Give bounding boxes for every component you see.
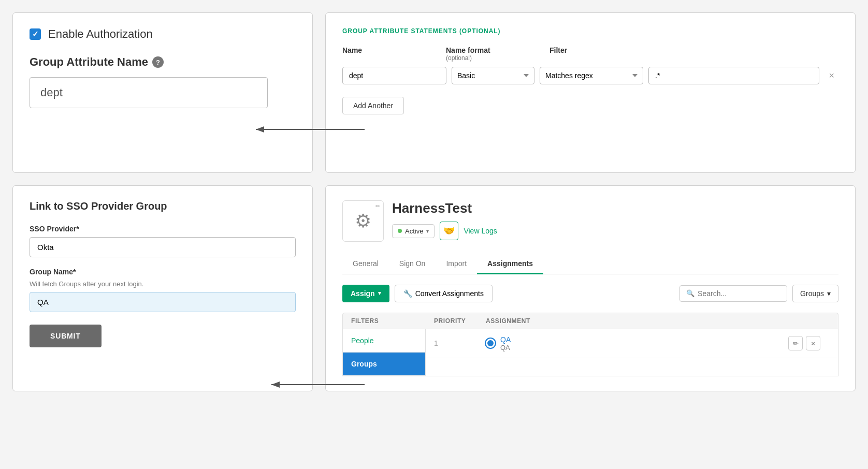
- search-wrapper: 🔍: [679, 285, 787, 302]
- help-icon[interactable]: ?: [152, 56, 164, 68]
- filter-people[interactable]: People: [343, 329, 425, 353]
- search-icon: 🔍: [686, 289, 695, 297]
- status-label: Active: [405, 227, 423, 235]
- groups-chevron-icon: ▾: [827, 289, 831, 298]
- group-attr-name-input[interactable]: [30, 77, 268, 108]
- group-attr-name-label: Group Attribute Name: [30, 55, 148, 69]
- groups-dropdown[interactable]: Groups ▾: [792, 285, 838, 302]
- col-filter-header: Filter: [549, 46, 838, 62]
- col-name-header: Name: [342, 46, 446, 62]
- assignment-cell: QA QA: [486, 335, 788, 351]
- tabs-bar: General Sign On Import Assignments: [342, 254, 838, 274]
- convert-assignments-button[interactable]: 🔧 Convert Assignments: [395, 285, 493, 302]
- filter-groups[interactable]: Groups: [343, 353, 425, 376]
- enable-auth-label: Enable Authorization: [48, 27, 153, 41]
- group-name-label: Group Name*: [30, 268, 296, 276]
- tab-import[interactable]: Import: [436, 254, 477, 274]
- filter-value-input[interactable]: [648, 67, 819, 84]
- section-title: GROUP ATTRIBUTE STATEMENTS (OPTIONAL): [342, 27, 838, 35]
- view-logs-link[interactable]: View Logs: [464, 227, 497, 235]
- edit-app-icon-button[interactable]: ✏: [375, 203, 380, 210]
- remove-attr-button[interactable]: ×: [824, 68, 838, 83]
- edit-assignment-button[interactable]: ✏: [788, 336, 803, 350]
- name-format-select[interactable]: Basic URI Reference Unspecified: [452, 67, 534, 84]
- assign-caret-icon: ▾: [378, 290, 381, 297]
- assign-table-header: FILTERS Priority Assignment: [342, 313, 838, 329]
- enable-auth-checkbox[interactable]: [30, 28, 41, 40]
- status-badge[interactable]: Active ▾: [392, 224, 435, 238]
- table-row: 1 QA QA ✏ ×: [426, 329, 838, 358]
- col-name-format-sub: (optional): [446, 54, 549, 62]
- submit-button[interactable]: SUBMIT: [30, 325, 102, 347]
- app-info: HarnessTest Active ▾ 🤝 View Logs: [392, 200, 497, 240]
- assignment-names: QA QA: [500, 335, 511, 351]
- col-assignment-header: Assignment: [486, 317, 788, 325]
- assignment-radio[interactable]: [486, 339, 495, 348]
- handshake-icon-button[interactable]: 🤝: [440, 222, 458, 240]
- panel-title: Link to SSO Provider Group: [30, 200, 296, 212]
- tab-assignments[interactable]: Assignments: [477, 254, 543, 274]
- priority-cell: 1: [434, 339, 486, 347]
- group-name-hint: Will fetch Groups after your next login.: [30, 280, 296, 288]
- bottom-right-panel: ⚙ ✏ HarnessTest Active ▾ 🤝 View Logs Gen…: [325, 185, 856, 391]
- app-badges: Active ▾ 🤝 View Logs: [392, 222, 497, 240]
- col-name-format-header: Name format: [446, 46, 549, 54]
- attribute-row: Basic URI Reference Unspecified Matches …: [342, 67, 838, 84]
- action-cell: ✏ ×: [788, 336, 830, 350]
- app-name: HarnessTest: [392, 200, 497, 216]
- gear-icon: ⚙: [355, 210, 371, 232]
- attr-name-input[interactable]: [342, 67, 446, 84]
- status-chevron-icon: ▾: [426, 228, 429, 234]
- col-filters-header: FILTERS: [351, 317, 434, 325]
- tab-general[interactable]: General: [342, 254, 389, 274]
- top-right-panel: GROUP ATTRIBUTE STATEMENTS (OPTIONAL) Na…: [325, 12, 856, 173]
- col-priority-header: Priority: [434, 317, 486, 325]
- assign-data-col: 1 QA QA ✏ ×: [426, 329, 838, 376]
- filter-type-select[interactable]: Matches regex Starts with Equals Contain…: [540, 67, 643, 84]
- status-dot: [398, 229, 402, 233]
- app-header: ⚙ ✏ HarnessTest Active ▾ 🤝 View Logs: [342, 200, 838, 242]
- tab-sign-on[interactable]: Sign On: [389, 254, 436, 274]
- wrench-icon: 🔧: [403, 289, 412, 298]
- sso-provider-label: SSO Provider*: [30, 225, 296, 233]
- remove-assignment-button[interactable]: ×: [806, 336, 820, 350]
- assign-button[interactable]: Assign ▾: [342, 285, 389, 302]
- filter-sidebar: People Groups: [343, 329, 426, 376]
- add-another-button[interactable]: Add Another: [342, 97, 404, 114]
- assign-table-body: People Groups 1 QA QA: [342, 329, 838, 376]
- bottom-left-panel: Link to SSO Provider Group SSO Provider*…: [12, 185, 313, 391]
- assignment-name-link[interactable]: QA: [500, 335, 511, 344]
- sso-provider-input[interactable]: [30, 237, 296, 257]
- search-input[interactable]: [698, 289, 780, 298]
- group-name-input[interactable]: [30, 292, 296, 312]
- app-icon-box: ⚙ ✏: [342, 200, 384, 242]
- assignment-sub: QA: [500, 344, 511, 351]
- top-left-panel: Enable Authorization Group Attribute Nam…: [12, 12, 313, 173]
- assignments-toolbar: Assign ▾ 🔧 Convert Assignments 🔍 Groups …: [342, 285, 838, 302]
- filter-sidebar-row: People Groups 1 QA QA: [343, 329, 838, 376]
